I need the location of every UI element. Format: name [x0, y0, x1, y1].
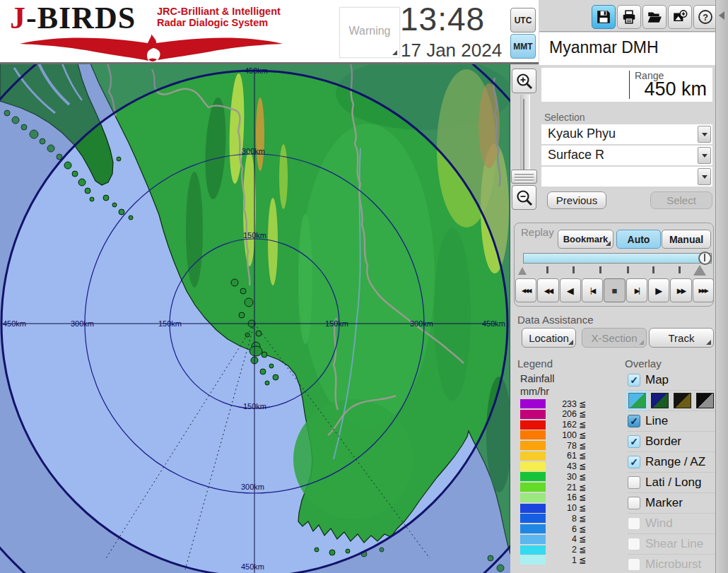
- range-end-marker-icon[interactable]: [693, 265, 706, 276]
- ring-label: 450km: [482, 319, 505, 328]
- warning-button[interactable]: Warning: [339, 7, 400, 58]
- fast-rewind-button[interactable]: ◀◀: [537, 278, 558, 302]
- previous-button[interactable]: Previous: [547, 191, 606, 209]
- product-combo-dropdown-button[interactable]: [698, 147, 711, 164]
- checkbox[interactable]: [628, 476, 640, 489]
- jump-end-button[interactable]: ▶▶▶: [693, 278, 714, 302]
- print-button[interactable]: [617, 5, 641, 29]
- overlay-item-marker[interactable]: Marker: [628, 492, 717, 513]
- overlay-item-border[interactable]: ✓ Border: [628, 431, 717, 451]
- legend-row: 206 ≦: [520, 410, 612, 419]
- legend-value: 16: [546, 492, 577, 502]
- timezone-utc-button[interactable]: UTC: [510, 8, 536, 33]
- xsection-button[interactable]: X-Section: [582, 328, 647, 348]
- checkbox[interactable]: ✓: [628, 456, 640, 468]
- map-style-olive-swatch[interactable]: [674, 393, 691, 408]
- overlay-item-microburst[interactable]: Microburst: [628, 554, 717, 573]
- replay-slider-thumb[interactable]: [698, 252, 712, 265]
- overlay-list: ✓ Map✓ Line✓ Border✓ Range / AZ Lati / L…: [628, 370, 717, 573]
- timezone-mmt-button[interactable]: MMT: [510, 34, 536, 59]
- save-button[interactable]: [592, 5, 616, 29]
- step-back-button[interactable]: ◀: [560, 278, 581, 302]
- overlay-item-label: Wind: [645, 516, 673, 531]
- station-combo[interactable]: Kyauk Phyu: [541, 124, 712, 144]
- select-button[interactable]: Select: [650, 191, 712, 209]
- legend-lte-symbol: ≦: [579, 420, 586, 430]
- overlay-item-shear-line[interactable]: Shear Line: [628, 533, 717, 554]
- track-button[interactable]: Track: [649, 328, 714, 348]
- legend-color-swatch: [520, 545, 546, 555]
- replay-slider-track[interactable]: [523, 253, 712, 264]
- legend-value: 4: [546, 534, 577, 544]
- open-file-button[interactable]: [642, 5, 667, 29]
- checkbox[interactable]: ✓: [628, 374, 640, 386]
- data-assistance-label: Data Assistance: [517, 314, 594, 326]
- checkbox[interactable]: [628, 517, 640, 530]
- legend-lte-symbol: ≦: [579, 472, 586, 482]
- jbirds-app-window: 450km300km150km150km300km450km450km300km…: [0, 0, 728, 573]
- radar-map-viewport[interactable]: 450km300km150km150km300km450km450km300km…: [0, 64, 510, 573]
- product-combo-value: Surface R: [548, 148, 604, 163]
- overlay-item-map[interactable]: ✓ Map: [628, 370, 717, 390]
- legend-row: 6 ≦: [520, 524, 612, 533]
- legend-row: 10 ≦: [520, 504, 612, 513]
- legend-value: 100: [546, 430, 577, 440]
- collapse-arrow-icon[interactable]: [719, 11, 724, 20]
- fast-forward-button[interactable]: ▶▶: [670, 278, 691, 302]
- legend-lte-symbol: ≦: [579, 461, 586, 471]
- product-combo[interactable]: Surface R: [541, 146, 712, 165]
- menu-grip-icon: [706, 340, 711, 345]
- auto-mode-button[interactable]: Auto: [616, 230, 661, 249]
- overlay-item-lati-long[interactable]: Lati / Long: [628, 472, 717, 492]
- ring-label: 450km: [245, 66, 268, 75]
- checkbox[interactable]: ✓: [628, 435, 640, 448]
- selection-label: Selection: [544, 112, 585, 123]
- range-start-marker-icon[interactable]: [518, 267, 527, 275]
- frame-forward-button[interactable]: ▶|: [626, 278, 647, 302]
- checkbox[interactable]: [628, 538, 640, 550]
- help-button[interactable]: ?: [693, 5, 717, 29]
- zoom-slider-thumb[interactable]: [511, 170, 537, 184]
- jump-start-button-icon: ◀◀◀: [522, 288, 530, 294]
- legend-lte-symbol: ≦: [579, 534, 586, 544]
- step-back-button-icon: ◀: [567, 285, 574, 296]
- overlay-item-line[interactable]: ✓ Line: [628, 410, 717, 431]
- manual-mode-button[interactable]: Manual: [662, 230, 711, 249]
- radar-map: 450km300km150km150km300km450km450km300km…: [0, 64, 510, 573]
- overlay-item-wind[interactable]: Wind: [628, 513, 717, 533]
- extra-combo-dropdown-button[interactable]: [698, 168, 711, 185]
- map-style-night-swatch[interactable]: [651, 393, 669, 408]
- zoom-out-button[interactable]: [512, 185, 536, 210]
- stop-button[interactable]: ■: [604, 278, 625, 302]
- frame-back-button[interactable]: |◀: [582, 278, 603, 302]
- bookmark-button[interactable]: Bookmark: [558, 230, 613, 249]
- station-combo-value: Kyauk Phyu: [548, 126, 616, 141]
- legend-row: 4 ≦: [520, 535, 612, 544]
- legend-color-swatch: [520, 504, 546, 513]
- ring-label: 450km: [3, 319, 26, 328]
- logo-wordmark: J-BIRDS: [10, 1, 136, 35]
- station-combo-dropdown-button[interactable]: [698, 126, 711, 143]
- stop-button-icon: ■: [612, 285, 618, 296]
- legend-row: 16 ≦: [520, 493, 612, 502]
- checkbox[interactable]: ✓: [628, 415, 640, 427]
- checkbox[interactable]: [628, 497, 640, 509]
- legend-lte-symbol: ≦: [579, 441, 586, 451]
- extra-combo[interactable]: [541, 167, 712, 187]
- legend-value: 8: [546, 514, 577, 524]
- zoom-slider-groove: [523, 99, 524, 178]
- legend-row: 8 ≦: [520, 514, 612, 523]
- panel-divider: [539, 31, 715, 32]
- jump-start-button[interactable]: ◀◀◀: [515, 278, 536, 302]
- add-image-button[interactable]: [668, 5, 692, 29]
- overlay-item-range-az[interactable]: ✓ Range / AZ: [628, 451, 717, 472]
- panel-collapse-strip[interactable]: [715, 0, 728, 573]
- legend-color-swatch: [520, 462, 546, 471]
- map-style-day-swatch[interactable]: [628, 393, 646, 408]
- map-style-mono-swatch[interactable]: [696, 393, 714, 408]
- zoom-in-button[interactable]: [512, 69, 536, 93]
- location-button[interactable]: Location: [522, 328, 576, 348]
- play-button[interactable]: ▶: [648, 278, 669, 302]
- checkbox[interactable]: [628, 558, 640, 571]
- legend-lte-symbol: ≦: [579, 524, 586, 534]
